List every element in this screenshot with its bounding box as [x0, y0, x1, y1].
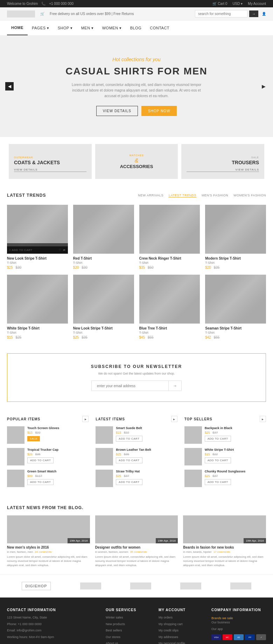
blog-post-title-3[interactable]: Beards in fasion for new looks — [183, 545, 266, 549]
blog-category-1: in men, fashion, men — [7, 550, 33, 553]
latest-add-btn-3[interactable]: ADD TO CART — [116, 479, 142, 485]
user-icon[interactable]: 👤 — [262, 12, 266, 16]
hero-next-arrow[interactable]: ▶ — [259, 82, 268, 91]
product-name-4: Modern Stripe T-Shirt — [205, 256, 266, 260]
popular-add-btn-3[interactable]: ADD TO CART — [27, 479, 54, 485]
currency-selector[interactable]: USD ▾ — [232, 2, 243, 6]
price-new-4: $20 — [205, 266, 211, 269]
compare-icon-1[interactable]: ⇄ — [63, 248, 66, 252]
hero-shop-button[interactable]: SHOP NOW — [141, 106, 177, 116]
product-category-4: T-Shirt — [205, 261, 266, 265]
add-to-cart-label-1[interactable]: + ADD TO CART — [9, 248, 33, 252]
footer-account-link-5[interactable]: My personal profile — [159, 641, 204, 644]
brand-logo-1[interactable]: DIGIEHOP — [22, 582, 51, 590]
price-new-8: $42 — [205, 335, 211, 339]
cat-label-watches: WATCHES — [100, 154, 173, 157]
top-sellers-nav[interactable]: ▸ — [260, 416, 266, 422]
nav-item-men[interactable]: MEN ▾ — [77, 21, 98, 35]
top-seller-img-2 — [184, 448, 202, 465]
cart-link[interactable]: 🛒 Cart 0 — [212, 2, 227, 6]
latest-items-section: LATEST ITEMS ▸ Smart Suede Belt $15 $22 … — [96, 416, 177, 491]
brand-logo-5[interactable] — [230, 583, 251, 589]
product-img-5[interactable] — [7, 275, 68, 324]
blog-excerpt-3: Lorem ipsum dolor sit amet, consectetur … — [183, 555, 266, 567]
top-seller-add-btn-3[interactable]: ADD TO CART — [205, 479, 231, 485]
cart-icon-nav[interactable]: 🛒 — [40, 12, 44, 16]
search-input[interactable] — [195, 10, 247, 17]
blog-post-title-2[interactable]: Designer outfits for women — [95, 545, 178, 549]
footer-company-link-1[interactable]: Our business — [211, 620, 266, 625]
nav-item-contact[interactable]: CONTACT — [146, 21, 174, 35]
nav-item-pages[interactable]: PAGES ▾ — [28, 21, 54, 35]
latest-name-3: Straw Trilby Hat — [116, 470, 177, 473]
three-cols-section: POPULAR ITEMS ▸ Touch Screen Gloves $15 … — [0, 409, 273, 498]
nav-item-blog[interactable]: BLOG — [126, 21, 146, 35]
wishlist-icon-1[interactable]: ♡ — [59, 248, 62, 252]
price-new-1: $25 — [7, 266, 13, 269]
tab-mens-fashion[interactable]: MEN'S FASHION — [202, 194, 228, 197]
hero-details-button[interactable]: VIEW DETAILS — [96, 106, 138, 116]
footer-account-link-3[interactable]: My credit slips — [159, 628, 204, 633]
payment-visa: VISA — [211, 634, 221, 640]
top-seller-add-btn-2[interactable]: ADD TO CART — [205, 457, 231, 463]
blog-comments-3: 17 comments — [214, 550, 230, 553]
footer-account-link-1[interactable]: My orders — [159, 615, 204, 620]
newsletter-email-input[interactable] — [91, 381, 168, 391]
tab-new-arrivals[interactable]: NEW ARRIVALS — [138, 194, 163, 197]
brand-logo-2[interactable] — [80, 583, 101, 589]
blog-meta-2: in women, fashion, women 35 comments — [95, 550, 178, 553]
cat-link-trousers[interactable]: VIEW DETAILS — [187, 168, 259, 172]
popular-add-btn-2[interactable]: ADD TO CART — [27, 457, 54, 463]
site-logo[interactable] — [7, 10, 35, 17]
footer-service-link-3[interactable]: Best sellers — [106, 628, 152, 633]
popular-items-nav[interactable]: ▸ — [82, 416, 89, 422]
product-category-1: T-Shirt — [7, 261, 68, 265]
price-old-6: $35 — [82, 335, 88, 339]
footer-service-link-5[interactable]: About us — [106, 641, 152, 644]
footer-contact-line-4: Working hours: Mon-Fri 9am-6pm — [7, 635, 99, 640]
blog-date-1: 19th Apr, 2016 — [68, 538, 90, 543]
newsletter-submit-button[interactable]: → — [168, 381, 182, 391]
add-to-cart-bar-1[interactable]: + ADD TO CART ♡ ⇄ — [7, 246, 68, 254]
footer-account-link-2[interactable]: My shopping cart — [159, 622, 204, 627]
hero-prev-arrow[interactable]: ◀ — [5, 82, 14, 91]
footer-service-link-2[interactable]: New products — [106, 622, 152, 627]
popular-price-new-3: $89 — [27, 474, 33, 478]
product-img-8[interactable] — [205, 275, 266, 324]
product-img-6[interactable] — [73, 275, 134, 324]
top-seller-3: Chunky Round Sunglasses $25 $37 ADD TO C… — [184, 470, 266, 487]
tab-latest-trends[interactable]: LATEST TRENDS — [169, 194, 196, 197]
footer-service-link-4[interactable]: Our stores — [106, 635, 152, 640]
latest-items-nav[interactable]: ▸ — [171, 416, 177, 422]
top-seller-add-btn-1[interactable]: ADD TO CART — [205, 436, 231, 442]
account-link[interactable]: My Account — [248, 2, 266, 6]
footer-company-link-2[interactable]: Our app — [211, 627, 266, 632]
product-price-4: $20 $35 — [205, 266, 266, 269]
top-seller-img-3 — [184, 470, 202, 487]
blog-post-title-1[interactable]: New men's styles in 2016 — [7, 545, 90, 549]
product-card-6: New Look Stripe T-Shirt T-Shirt $25 $35 — [73, 275, 134, 339]
blog-card-3: 19th Apr, 2016 Beards in fasion for new … — [183, 515, 266, 567]
product-img-2[interactable] — [73, 205, 134, 254]
footer-account-link-4[interactable]: My addresses — [159, 635, 204, 640]
tab-womens-fashion[interactable]: WOMEN'S FASHION — [233, 194, 266, 197]
latest-add-btn-1[interactable]: ADD TO CART — [116, 436, 142, 442]
product-img-7[interactable] — [139, 275, 200, 324]
brand-logo-3[interactable] — [130, 583, 151, 589]
product-img-1[interactable]: + ADD TO CART ♡ ⇄ — [7, 205, 68, 254]
search-button[interactable]: → — [249, 10, 258, 17]
product-card-1: + ADD TO CART ♡ ⇄ New Look Stripe T-Shir… — [7, 205, 68, 269]
popular-add-btn-1[interactable]: SALE — [27, 436, 40, 441]
product-img-4[interactable] — [205, 205, 266, 254]
product-img-3[interactable] — [139, 205, 200, 254]
blog-section: LATEST NEWS FROM THE BLOG. 19th Apr, 201… — [0, 498, 273, 574]
popular-price-3: $89 $117 — [27, 474, 89, 478]
nav-item-women[interactable]: WOMEN ▾ — [98, 21, 126, 35]
nav-item-home[interactable]: HOME — [7, 21, 28, 35]
nav-item-shop[interactable]: SHOP ▾ — [54, 21, 77, 35]
brand-logo-4[interactable] — [180, 583, 201, 589]
footer-service-link-1[interactable]: Winter sales — [106, 615, 152, 620]
latest-add-btn-2[interactable]: ADD TO CART — [116, 457, 142, 463]
top-seller-price-new-2: $15 — [205, 453, 210, 456]
cat-link-coats[interactable]: VIEW DETAILS — [14, 168, 86, 172]
